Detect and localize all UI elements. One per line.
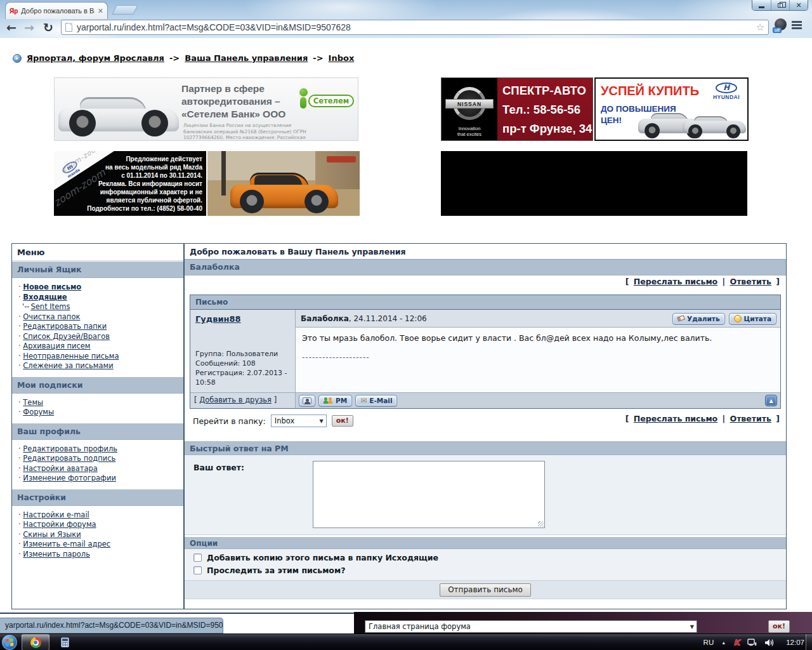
sidebar-section-settings: Настройки — [12, 489, 183, 506]
taskbar-clock[interactable]: 12:07 — [786, 639, 804, 646]
control-panel-main: Добро пожаловать в Вашу Панель управлени… — [184, 243, 787, 609]
sidebar-item-new-message[interactable]: Новое письмо — [23, 282, 81, 291]
sidebar-item-change-password[interactable]: Изменить пароль — [23, 550, 90, 559]
forum-jump-select[interactable]: Главная страница форума — [365, 620, 697, 633]
sidebar-item-topics[interactable]: Темы — [23, 398, 43, 407]
copy-to-sent-checkbox[interactable] — [193, 554, 202, 562]
maximize-button[interactable] — [771, 0, 789, 10]
orange-car-image — [230, 162, 338, 213]
profile-card-icon — [303, 397, 311, 404]
tab-close-icon[interactable]: ✕ — [98, 7, 103, 15]
reply-label: Ваш ответ: — [193, 463, 244, 472]
author-column: Гудвин88 Группа: Пользователи Сообщений:… — [190, 310, 296, 392]
sidebar-item-forum-settings[interactable]: Настройки форума — [23, 520, 96, 529]
ad-banner-hyundai[interactable]: УСПЕЙ КУПИТЬ ДО ПОВЫШЕНИЯ ЦЕН! H HYUNDAI — [594, 77, 749, 141]
author-posts: Сообщений: 108 — [195, 359, 290, 368]
ad-banner-mazda[interactable]: zoom-zoom zoom-zoom m mazda Предложение … — [54, 151, 206, 216]
pm-button[interactable]: PM — [318, 395, 352, 406]
hidden-icons-arrow[interactable]: ▲ — [721, 640, 726, 645]
scroll-top-button[interactable]: ▲ — [765, 395, 777, 406]
close-button[interactable]: ✕ — [789, 0, 808, 10]
sidebar-item-email-settings[interactable]: Настройки e-mail — [23, 510, 89, 519]
message-subject-bar: Балаболка — [185, 260, 786, 275]
breadcrumb-link-inbox[interactable]: Inbox — [329, 53, 355, 63]
sidebar-item-edit-profile[interactable]: Редактировать профиль — [23, 444, 117, 453]
sidebar-items-subscriptions: Темы Форумы — [12, 394, 183, 423]
show-desktop-button[interactable] — [806, 634, 812, 650]
breadcrumb: ▸ Ярпортал, форум Ярославля -> Ваша Пане… — [13, 53, 354, 63]
reply-textarea[interactable] — [313, 461, 545, 528]
bookmark-star-icon[interactable]: ☆ — [756, 22, 764, 33]
volume-tray-icon[interactable] — [764, 639, 775, 647]
new-tab-button[interactable] — [112, 5, 138, 15]
sidebar-items-settings: Настройки e-mail Настройки форума Скины … — [12, 506, 183, 565]
kaspersky-tray-icon[interactable]: K — [733, 638, 740, 647]
message-text: Это ты мразь балобол. Твое ворье сидит у… — [302, 333, 774, 343]
minimize-button[interactable] — [752, 0, 771, 10]
reply-link-bottom[interactable]: Ответить — [728, 414, 773, 423]
forum-jump-ok-button[interactable]: ок! — [768, 620, 790, 633]
sidebar-item-sent-items[interactable]: Sent Items — [30, 302, 70, 311]
sidebar-item-edit-signature[interactable]: Редактировать подпись — [23, 454, 115, 463]
sidebar-item-friends-list[interactable]: Список Друзей/Врагов — [23, 332, 110, 341]
ad-banner-opel-photo[interactable] — [207, 151, 360, 216]
language-indicator[interactable]: RU — [704, 639, 714, 646]
sidebar-item-avatar-settings[interactable]: Настройки аватара — [23, 464, 98, 473]
ad-banner-setelem[interactable]: Партнер в сфере автокредитования – «Сете… — [54, 77, 358, 141]
breadcrumb-link-panel[interactable]: Ваша Панель управления — [185, 53, 308, 63]
sidebar-item-inbox[interactable]: Входящие — [23, 293, 67, 302]
nissan-tagline: Innovation that excites — [442, 126, 497, 137]
forward-message-link-bottom[interactable]: Переслать письмо — [632, 414, 719, 423]
chrome-menu-icon[interactable] — [792, 21, 802, 30]
minimize-icon — [759, 6, 764, 8]
url-bar[interactable]: yarportal.ru/index.html?act=Msg&CODE=03&… — [61, 20, 769, 35]
message-table: Письмо Гудвин88 Группа: Пользователи Соо… — [190, 295, 781, 409]
mazda-ad-text: Предложение действует на весь модельный … — [87, 155, 202, 213]
page-icon — [65, 23, 72, 32]
ad-banner-nissan[interactable]: NISSAN Innovation that excites СПЕКТР-АВ… — [441, 77, 593, 141]
author-info: Группа: Пользователи Сообщений: 108 Реги… — [190, 349, 295, 392]
sidebar-item-archive[interactable]: Архивация писем — [23, 342, 90, 350]
sidebar-item-change-email[interactable]: Изменить e-mail адрес — [23, 540, 110, 548]
sidebar-item-edit-folders[interactable]: Редактировать папки — [23, 322, 107, 331]
network-tray-icon[interactable] — [747, 639, 757, 647]
ad-banner-empty[interactable] — [441, 151, 747, 216]
tree-prefix: '-- — [18, 302, 30, 311]
quick-reply-header: Быстрый ответ на РМ — [185, 441, 786, 455]
browser-tab[interactable]: Яр Добро пожаловать в Ваш ✕ — [5, 2, 108, 19]
sidebar-item-empty-folders[interactable]: Очистка папок — [23, 312, 80, 321]
delete-button[interactable]: Удалить — [672, 313, 724, 324]
calculator-taskbar-button[interactable] — [61, 637, 69, 647]
message-column: Балаболка, 24.11.2014 - 12:06 Удалить ”Ц… — [296, 310, 780, 392]
sidebar-menu: Меню Личный Ящик Новое письмо Входящие '… — [11, 243, 184, 609]
forward-icon[interactable]: → — [24, 19, 34, 36]
sidebar-item-change-photo[interactable]: Изменение фотографии — [23, 474, 116, 482]
forward-message-link[interactable]: Переслать письмо — [632, 277, 719, 286]
quote-button[interactable]: ”Цитата — [729, 313, 776, 324]
windows-taskbar: RU ▲ K 12:07 — [0, 633, 812, 650]
reply-link[interactable]: Ответить — [728, 277, 773, 286]
sidebar-item-forums[interactable]: Форумы — [23, 408, 54, 416]
author-link[interactable]: Гудвин88 — [195, 314, 241, 324]
breadcrumb-link-forum[interactable]: Ярпортал, форум Ярославля — [27, 53, 164, 63]
panel-title: Добро пожаловать в Вашу Панель управлени… — [185, 244, 786, 260]
options-body: Добавить копию этого письма в папку Исхо… — [185, 549, 786, 580]
back-icon[interactable]: ← — [6, 19, 16, 36]
sidebar-item-tracking[interactable]: Слежение за письмами — [23, 361, 113, 370]
email-button[interactable]: ✉E-Mail — [355, 395, 397, 406]
sidebar-item-skins[interactable]: Скины и Языки — [23, 530, 81, 539]
resize-grip-icon[interactable] — [538, 521, 544, 527]
profile-button[interactable] — [299, 395, 315, 406]
awning — [327, 156, 356, 162]
adblock-extension-icon[interactable]: off — [775, 18, 787, 30]
add-friend-link[interactable]: Добавить в друзья — [199, 395, 272, 404]
url-text[interactable]: yarportal.ru/index.html?act=Msg&CODE=03&… — [77, 22, 752, 32]
chrome-taskbar-button[interactable] — [22, 634, 49, 650]
track-message-checkbox[interactable] — [193, 566, 202, 574]
sidebar-item-unsent[interactable]: Неотправленные письма — [23, 352, 119, 361]
send-message-button[interactable]: Отправить письмо — [440, 583, 531, 597]
sidebar-section-personal: Личный Ящик — [12, 261, 183, 278]
restore-icon — [778, 3, 783, 8]
reload-icon[interactable]: ↻ — [43, 19, 53, 36]
start-button[interactable] — [2, 635, 17, 650]
